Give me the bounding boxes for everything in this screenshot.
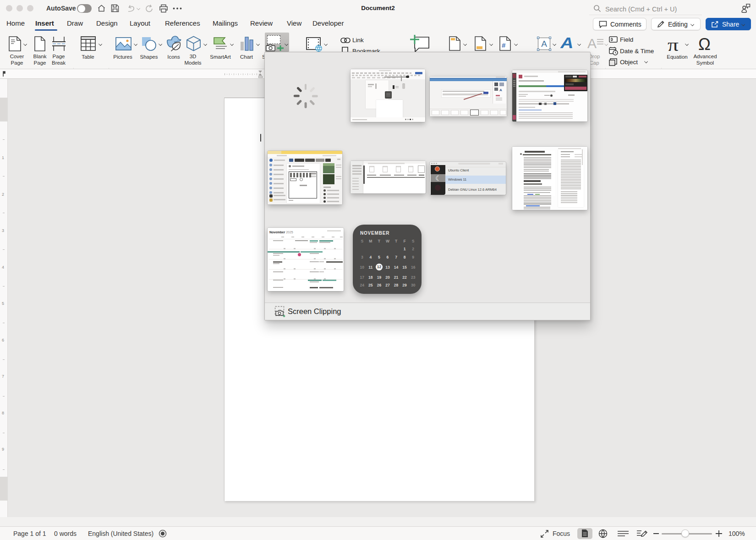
- svg-text:A: A: [541, 39, 547, 49]
